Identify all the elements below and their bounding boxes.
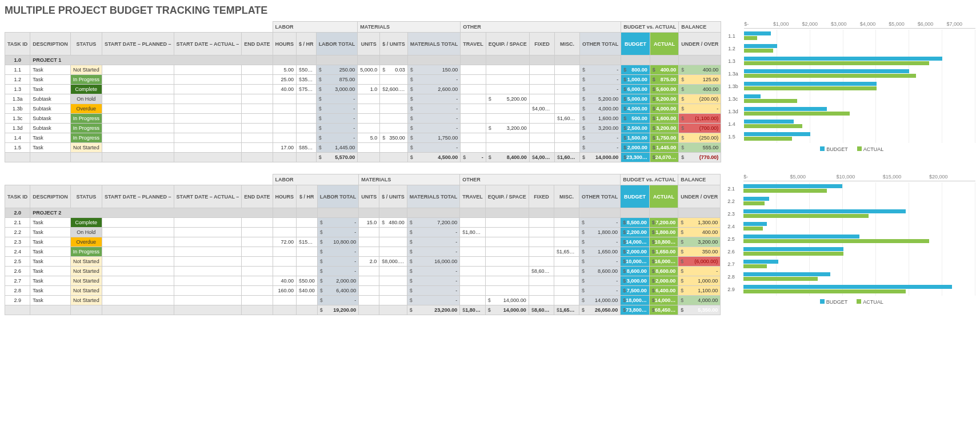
project-header-row: 2.0PROJECT 2 (5, 208, 721, 218)
chart-bar-row: 1.1 (728, 30, 975, 42)
status-badge: Not Started (70, 286, 102, 296)
col-header: DESCRIPTION (30, 33, 71, 55)
table-row[interactable]: 2.5TaskNot Started-2.08,000.0016,000.00-… (5, 257, 721, 267)
table-row[interactable]: 2.4TaskIn Progress--1,650.001,650.002,00… (5, 247, 721, 257)
group-materials: MATERIALS (358, 22, 461, 33)
col-header: TASK ID (5, 33, 30, 55)
group-labor: LABOR (273, 174, 359, 185)
col-header: STATUS (70, 33, 102, 55)
group-labor: LABOR (273, 22, 358, 33)
group-other: OTHER (460, 174, 621, 185)
chart-legend: BUDGETACTUAL (727, 299, 975, 305)
col-header: START DATE – ACTUAL – (174, 33, 242, 55)
table-row[interactable]: 2.3TaskOverdue72.00150.0010,800.00--14,0… (5, 237, 721, 247)
budget-chart: $-$5,000$10,000$15,000$20,0002.12.22.32.… (727, 174, 975, 315)
chart-bar-row: 1.2 (728, 42, 975, 55)
budget-chart: $-$1,000$2,000$3,000$4,000$5,000$6,000$7… (728, 21, 975, 162)
table-row[interactable]: 2.2TaskOn Hold--1,800.001,800.002,200.00… (5, 228, 721, 237)
group-bva: BUDGET vs. ACTUAL (621, 174, 678, 185)
group-materials: MATERIALS (359, 174, 460, 185)
status-badge: In Progress (70, 114, 102, 124)
table-row[interactable]: 1.3TaskComplete40.0075.003,000.001.02,60… (5, 85, 721, 94)
status-badge: Overdue (70, 237, 102, 247)
col-header: ACTUAL (650, 33, 679, 55)
budget-table: LABORMATERIALSOTHERBUDGET vs. ACTUALBALA… (5, 21, 721, 162)
status-badge: Not Started (70, 65, 102, 75)
col-header: UNITS (359, 185, 379, 208)
table-row[interactable]: 1.3cSubtaskIn Progress--1,600.001,600.00… (5, 114, 721, 124)
group-bva: BUDGET vs. ACTUAL (621, 22, 679, 33)
chart-bar-row: 2.8 (727, 271, 975, 283)
table-row[interactable]: 2.1TaskComplete-15.0480.007,200.00-8,500… (5, 218, 721, 228)
group-balance: BALANCE (679, 22, 721, 33)
table-row[interactable]: 2.6TaskNot Started--8,600.008,600.008,60… (5, 267, 721, 276)
col-header: $ / UNITS (379, 185, 407, 208)
chart-bar-row: 1.3 (728, 55, 975, 67)
col-header: LABOR TOTAL (316, 33, 358, 55)
col-header: TASK ID (5, 185, 30, 208)
chart-bar-row: 1.3d (728, 105, 975, 118)
chart-bar-row: 2.5 (727, 233, 975, 245)
table-row[interactable]: 1.2TaskIn Progress25.0035.00875.00--1,00… (5, 75, 721, 85)
status-badge: In Progress (70, 75, 102, 85)
col-header: STATUS (70, 185, 102, 208)
budget-table: LABORMATERIALSOTHERBUDGET vs. ACTUALBALA… (5, 174, 721, 315)
chart-bar-row: 2.1 (727, 182, 975, 195)
status-badge: Not Started (70, 296, 102, 305)
col-header: $ / UNITS (380, 33, 408, 55)
col-header: UNDER / OVER (678, 185, 721, 208)
col-header: OTHER TOTAL (579, 185, 620, 208)
col-header: UNDER / OVER (679, 33, 721, 55)
table-row[interactable]: 2.7TaskNot Started40.0050.002,000.00--3,… (5, 276, 721, 286)
status-badge: Not Started (70, 257, 102, 267)
table-row[interactable]: 1.1TaskNot Started5.0050.00250.005,000.0… (5, 65, 721, 75)
col-header: EQUIP. / SPACE (485, 185, 529, 208)
status-badge: In Progress (70, 124, 102, 133)
table-row[interactable]: 2.9TaskNot Started--14,000.0014,000.0018… (5, 296, 721, 305)
table-row[interactable]: 2.8TaskNot Started160.0040.006,400.00--7… (5, 286, 721, 296)
col-header: DESCRIPTION (30, 185, 71, 208)
chart-bar-row: 2.2 (727, 195, 975, 208)
chart-bar-row: 1.3c (728, 93, 975, 105)
chart-bar-row: 1.3b (728, 80, 975, 93)
totals-row: 19,200.0023,200.001,800.0014,000.008,600… (5, 305, 721, 315)
col-header: END DATE (242, 185, 273, 208)
col-header: FIXED (529, 185, 554, 208)
status-badge: In Progress (70, 247, 102, 257)
status-badge: Not Started (70, 267, 102, 276)
group-other: OTHER (461, 22, 621, 33)
status-badge: On Hold (70, 94, 102, 104)
chart-bar-row: 1.5 (728, 130, 975, 143)
col-header: EQUIP. / SPACE (486, 33, 529, 55)
col-header: OTHER TOTAL (579, 33, 621, 55)
col-header: $ / HR (297, 33, 317, 55)
table-row[interactable]: 1.3aSubtaskOn Hold--5,200.005,200.005,00… (5, 94, 721, 104)
col-header: MATERIALS TOTAL (407, 33, 461, 55)
page-title: MULTIPLE PROJECT BUDGET TRACKING TEMPLAT… (5, 5, 975, 17)
chart-bar-row: 2.7 (727, 258, 975, 271)
col-header: START DATE – PLANNED – (102, 185, 174, 208)
col-header: TRAVEL (461, 33, 486, 55)
chart-bar-row: 1.3a (728, 67, 975, 80)
project-section: LABORMATERIALSOTHERBUDGET vs. ACTUALBALA… (5, 21, 975, 162)
col-header: MATERIALS TOTAL (407, 185, 460, 208)
col-header: END DATE (242, 33, 273, 55)
status-badge: Complete (70, 218, 102, 228)
chart-bar-row: 2.4 (727, 220, 975, 233)
table-row[interactable]: 1.4TaskIn Progress-5.0350.001,750.00-1,5… (5, 133, 721, 143)
chart-bar-row: 2.6 (727, 245, 975, 258)
table-row[interactable]: 1.5TaskNot Started17.0085.001,445.00--2,… (5, 143, 721, 153)
group-balance: BALANCE (678, 174, 721, 185)
chart-axis: $-$1,000$2,000$3,000$4,000$5,000$6,000$7… (744, 21, 975, 29)
chart-axis: $-$5,000$10,000$15,000$20,000 (743, 174, 975, 181)
table-row[interactable]: 1.3bSubtaskOverdue--4,000.004,000.004,00… (5, 104, 721, 114)
col-header: $ / HR (297, 185, 318, 208)
status-badge: Complete (70, 85, 102, 94)
status-badge: In Progress (70, 133, 102, 143)
col-header: HOURS (273, 185, 297, 208)
col-header: BUDGET (621, 185, 650, 208)
project-header-row: 1.0PROJECT 1 (5, 55, 721, 65)
status-badge: Not Started (70, 143, 102, 153)
table-row[interactable]: 1.3dSubtaskIn Progress--3,200.003,200.00… (5, 124, 721, 133)
status-badge: On Hold (70, 228, 102, 237)
